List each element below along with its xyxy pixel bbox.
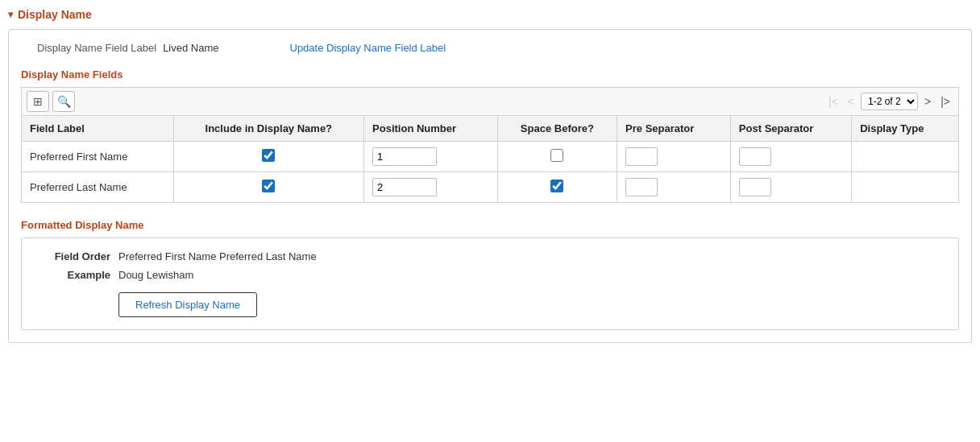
cell-display-type bbox=[852, 172, 959, 203]
space-before-checkbox-2[interactable] bbox=[550, 180, 563, 192]
cell-include-checkbox[interactable] bbox=[173, 172, 363, 203]
refresh-display-name-button[interactable]: Refresh Display Name bbox=[118, 292, 257, 317]
post-separator-input-2[interactable] bbox=[739, 178, 771, 196]
cell-post-separator[interactable] bbox=[730, 172, 851, 203]
table-toolbar: ⊞ 🔍 |< < 1-2 of 2 > |> bbox=[21, 87, 959, 115]
post-separator-input-1[interactable] bbox=[739, 147, 771, 166]
table-row: Preferred Last Name bbox=[22, 172, 959, 203]
col-display-type: Display Type bbox=[852, 116, 959, 142]
section-title: Display Name bbox=[18, 8, 92, 21]
cell-include-checkbox[interactable] bbox=[173, 142, 363, 172]
position-input-2[interactable] bbox=[372, 178, 437, 196]
search-button[interactable]: 🔍 bbox=[52, 91, 75, 112]
example-value: Doug Lewisham bbox=[118, 269, 193, 281]
example-label: Example bbox=[38, 269, 110, 281]
field-label-value: Lived Name bbox=[163, 42, 218, 54]
pagination: |< < 1-2 of 2 > |> bbox=[825, 93, 953, 110]
grid-view-button[interactable]: ⊞ bbox=[27, 91, 49, 112]
space-before-checkbox-1[interactable] bbox=[550, 149, 563, 162]
table-header-row: Field Label Include in Display Name? Pos… bbox=[22, 116, 959, 142]
cell-field-label: Preferred First Name bbox=[22, 142, 174, 172]
display-name-fields-title: Display Name Fields bbox=[21, 68, 959, 81]
field-order-value: Preferred First Name Preferred Last Name bbox=[118, 250, 317, 262]
field-label-key: Display Name Field Label bbox=[37, 42, 156, 54]
col-field-label: Field Label bbox=[22, 116, 174, 142]
example-row: Example Doug Lewisham bbox=[38, 269, 942, 281]
cell-pre-separator[interactable] bbox=[617, 142, 731, 172]
formatted-display-name-title: Formatted Display Name bbox=[21, 219, 959, 231]
field-order-label: Field Order bbox=[38, 250, 110, 262]
cell-space-before[interactable] bbox=[497, 172, 617, 203]
field-label-row: Display Name Field Label Lived Name Upda… bbox=[21, 42, 959, 54]
formatted-display-name-section: Field Order Preferred First Name Preferr… bbox=[21, 238, 959, 330]
prev-page-button[interactable]: < bbox=[845, 93, 858, 109]
update-display-name-field-label-link[interactable]: Update Display Name Field Label bbox=[290, 42, 446, 54]
cell-post-separator[interactable] bbox=[730, 142, 851, 172]
main-container: Display Name Field Label Lived Name Upda… bbox=[8, 29, 972, 343]
position-input-1[interactable] bbox=[372, 147, 437, 166]
col-post-separator: Post Separator bbox=[730, 116, 851, 142]
chevron-icon: ▾ bbox=[8, 9, 13, 20]
table-row: Preferred First Name bbox=[22, 142, 959, 172]
cell-display-type bbox=[852, 142, 959, 172]
toolbar-left: ⊞ 🔍 bbox=[27, 91, 75, 112]
include-checkbox-2[interactable] bbox=[262, 180, 275, 192]
cell-pre-separator[interactable] bbox=[617, 172, 731, 203]
cell-position[interactable] bbox=[364, 142, 498, 172]
pre-separator-input-1[interactable] bbox=[625, 147, 658, 166]
include-checkbox-1[interactable] bbox=[262, 149, 275, 162]
cell-position[interactable] bbox=[364, 172, 498, 203]
cell-field-label: Preferred Last Name bbox=[22, 172, 174, 203]
col-position-number: Position Number bbox=[364, 116, 498, 142]
cell-space-before[interactable] bbox=[497, 142, 617, 172]
pre-separator-input-2[interactable] bbox=[625, 178, 658, 196]
col-space-before: Space Before? bbox=[497, 116, 617, 142]
field-order-row: Field Order Preferred First Name Preferr… bbox=[38, 250, 942, 262]
col-include-in-display-name: Include in Display Name? bbox=[173, 116, 363, 142]
col-pre-separator: Pre Separator bbox=[617, 116, 731, 142]
last-page-button[interactable]: |> bbox=[937, 93, 953, 109]
display-name-fields-table: Field Label Include in Display Name? Pos… bbox=[21, 115, 959, 203]
display-name-section-header[interactable]: ▾ Display Name bbox=[8, 8, 972, 21]
next-page-button[interactable]: > bbox=[921, 93, 934, 109]
page-selector[interactable]: 1-2 of 2 bbox=[861, 93, 918, 110]
grid-icon: ⊞ bbox=[33, 95, 43, 108]
search-icon: 🔍 bbox=[57, 95, 71, 108]
first-page-button[interactable]: |< bbox=[825, 93, 841, 109]
